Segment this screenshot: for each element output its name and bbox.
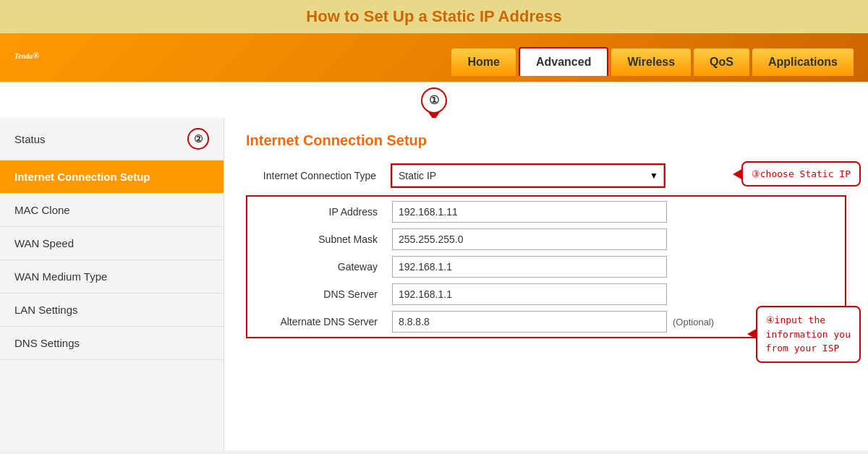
gateway-label: Gateway [247,261,392,273]
sidebar-item-lan-settings[interactable]: LAN Settings [0,294,224,327]
dns-server-input[interactable] [392,283,667,305]
sidebar-item-dns-settings[interactable]: DNS Settings [0,327,224,360]
page-title: How to Set Up a Static IP Address [0,0,868,33]
content-area: Internet Connection Setup Internet Conne… [224,118,868,450]
alt-dns-input[interactable] [392,311,667,333]
ip-address-label: IP Address [247,206,392,218]
nav-qos[interactable]: QoS [694,48,749,76]
subnet-mask-input[interactable] [392,228,667,250]
dns-server-row: DNS Server [247,283,845,305]
dns-server-label: DNS Server [247,288,392,300]
annotation-bubble-2: ② [187,128,209,150]
nav-applications[interactable]: Applications [752,48,854,76]
ip-address-input[interactable] [392,201,667,223]
logo: Tenda® [14,40,39,82]
nav-bar: Home Advanced Wireless QoS Applications [451,47,854,76]
subnet-mask-row: Subnet Mask [247,228,845,250]
ip-address-row: IP Address [247,201,845,223]
title-text: How to Set Up a Static IP Address [306,7,561,25]
annotation-row-1: ① [0,82,868,118]
sidebar-item-internet-connection-setup[interactable]: Internet Connection Setup [0,160,224,194]
annotation-bubble-3: ③choose Static IP [741,161,861,187]
alt-dns-label: Alternate DNS Server [247,316,392,327]
sidebar-item-mac-clone[interactable]: MAC Clone [0,194,224,227]
annotation-bubble-4: ④input the information you from your ISP [756,306,861,363]
header-top: Tenda® Home Advanced Wireless QoS Applic… [14,40,854,82]
content-title: Internet Connection Setup [246,132,846,149]
optional-label: (Optional) [673,317,714,327]
annotation-bubble-1: ① [421,87,447,113]
nav-home[interactable]: Home [451,48,515,76]
sidebar-item-wan-speed[interactable]: WAN Speed [0,227,224,260]
connection-type-select[interactable]: Static IPDynamic IPPPPoEL2TPPPTP [392,165,664,187]
nav-wireless[interactable]: Wireless [611,48,691,76]
connection-type-label: Internet Connection Type [246,170,391,181]
sidebar-item-wan-medium-type[interactable]: WAN Medium Type [0,260,224,294]
header: Tenda® Home Advanced Wireless QoS Applic… [0,33,868,82]
sidebar: Status ② Internet Connection Setup MAC C… [0,118,224,450]
gateway-input[interactable] [392,256,667,278]
nav-advanced[interactable]: Advanced [519,47,608,76]
connection-type-select-wrap: Static IPDynamic IPPPPoEL2TPPPTP ▼ [391,163,665,188]
gateway-row: Gateway [247,256,845,278]
main-layout: Status ② Internet Connection Setup MAC C… [0,118,868,450]
sidebar-item-status[interactable]: Status ② [0,118,224,160]
subnet-mask-label: Subnet Mask [247,234,392,245]
